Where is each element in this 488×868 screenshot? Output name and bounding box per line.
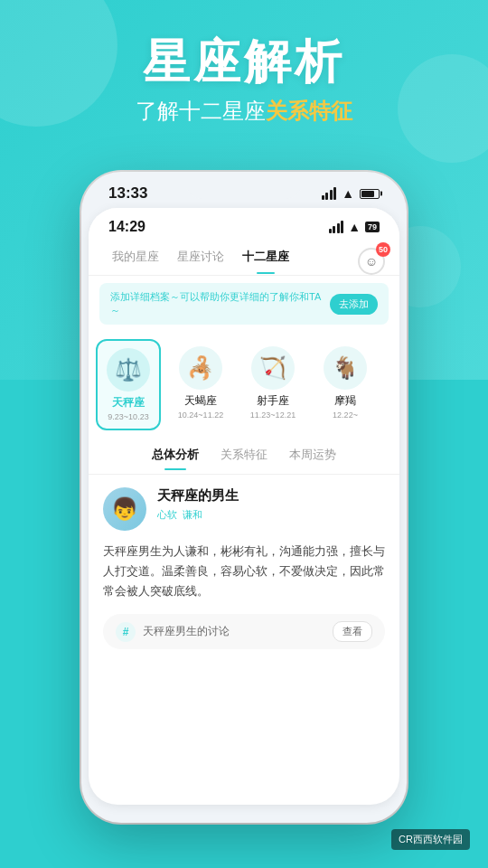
zodiac-emoji-libra: ⚖️ (107, 348, 150, 392)
battery-icon (360, 189, 380, 199)
profile-card: 👦 天秤座的男生 心软 谦和 (103, 487, 385, 531)
hash-icon: # (116, 622, 136, 642)
inner-signal-icon (329, 221, 344, 233)
profile-info: 天秤座的男生 心软 谦和 (157, 487, 385, 522)
zodiac-item-capricorn[interactable]: 🐐 摩羯 12.22~ (313, 339, 378, 430)
zodiac-emoji-sagittarius: 🏹 (251, 346, 295, 390)
avatar: 👦 (103, 487, 146, 531)
promo-text: 添加详细档案～可以帮助你更详细的了解你和TA～ (110, 290, 330, 317)
inner-wifi-icon: ▲ (348, 220, 361, 234)
notification-badge: 50 (376, 242, 390, 257)
notification-icon-area[interactable]: ☺ 50 (358, 248, 385, 275)
profile-tag-0: 心软 (157, 508, 177, 522)
outer-icons: ▲ (322, 186, 380, 201)
zodiac-name-scorpio: 天蝎座 (184, 393, 217, 409)
zodiac-name-libra: 天秤座 (112, 395, 145, 410)
analysis-tabs: 总体分析 关系特征 本周运势 (89, 438, 399, 475)
hero-section: 星座解析 了解十二星座关系特征 (0, 36, 488, 126)
description-text: 天秤座男生为人谦和，彬彬有礼，沟通能力强，擅长与人打交道。温柔善良，容易心软，不… (103, 542, 385, 601)
zodiac-date-sagittarius: 11.23~12.21 (250, 410, 296, 420)
tab-weekly-fortune[interactable]: 本周运势 (289, 447, 336, 470)
discussion-link[interactable]: # 天秤座男生的讨论 查看 (103, 614, 385, 649)
zodiac-date-libra: 9.23~10.23 (108, 412, 148, 421)
hero-subtitle: 了解十二星座关系特征 (0, 97, 488, 126)
main-nav-tabs: 我的星座 星座讨论 十二星座 ☺ 50 (89, 241, 399, 276)
zodiac-date-scorpio: 10.24~11.22 (178, 410, 223, 420)
phone-mockup: 13:33 ▲ 14:29 ▲ 79 我的 (81, 172, 407, 823)
hero-subtitle-prefix: 了解十二星座 (136, 99, 266, 123)
zodiac-emoji-capricorn: 🐐 (324, 346, 367, 390)
tab-twelve-zodiac[interactable]: 十二星座 (233, 249, 298, 274)
wifi-icon: ▲ (342, 186, 354, 201)
tab-overall-analysis[interactable]: 总体分析 (152, 447, 199, 470)
inner-status-bar: 14:29 ▲ 79 (89, 208, 399, 241)
hero-title: 星座解析 (0, 36, 488, 88)
hero-subtitle-highlight: 关系特征 (266, 99, 352, 123)
outer-status-bar: 13:33 ▲ (81, 172, 407, 208)
profile-tag-1: 谦和 (183, 508, 202, 522)
battery-level-badge: 79 (365, 222, 380, 232)
zodiac-item-libra[interactable]: ⚖️ 天秤座 9.23~10.23 (96, 339, 161, 430)
profile-tags: 心软 谦和 (157, 508, 385, 522)
zodiac-emoji-scorpio: 🦂 (179, 346, 222, 390)
zodiac-list: ⚖️ 天秤座 9.23~10.23 🦂 天蝎座 10.24~11.22 🏹 射手… (89, 332, 399, 438)
battery-fill (361, 191, 374, 197)
tab-my-zodiac[interactable]: 我的星座 (103, 249, 168, 274)
promo-add-button[interactable]: 去添加 (330, 294, 378, 315)
tab-zodiac-discussion[interactable]: 星座讨论 (168, 249, 233, 274)
zodiac-item-scorpio[interactable]: 🦂 天蝎座 10.24~11.22 (168, 339, 233, 430)
watermark: CR西西软件园 (391, 829, 470, 850)
zodiac-name-sagittarius: 射手座 (257, 393, 289, 409)
zodiac-item-sagittarius[interactable]: 🏹 射手座 11.23~12.21 (240, 339, 305, 430)
outer-time: 13:33 (108, 184, 147, 203)
zodiac-name-capricorn: 摩羯 (334, 393, 356, 409)
inner-icons: ▲ 79 (329, 220, 380, 234)
discussion-text: 天秤座男生的讨论 (143, 624, 325, 639)
inner-phone: 14:29 ▲ 79 我的星座 星座讨论 十二星座 ☺ 50 (89, 208, 399, 805)
profile-name: 天秤座的男生 (157, 487, 385, 505)
signal-icon (322, 187, 337, 200)
content-area: 👦 天秤座的男生 心软 谦和 天秤座男生为人谦和，彬彬有礼，沟通能力强，擅长与人… (89, 475, 399, 662)
promo-banner: 添加详细档案～可以帮助你更详细的了解你和TA～ 去添加 (99, 283, 389, 325)
discussion-view-button[interactable]: 查看 (333, 621, 372, 642)
inner-time: 14:29 (108, 219, 145, 235)
zodiac-date-capricorn: 12.22~ (333, 410, 358, 420)
tab-relationship-traits[interactable]: 关系特征 (221, 447, 267, 470)
